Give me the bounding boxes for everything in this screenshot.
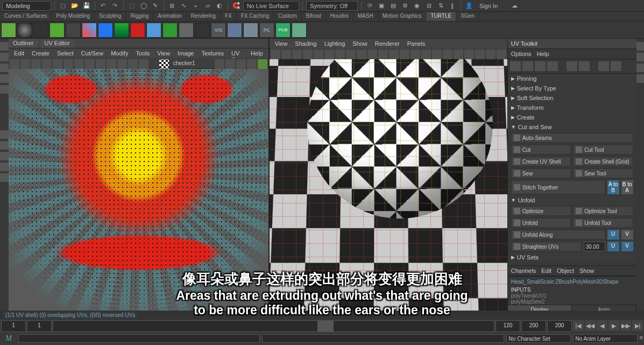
checker-icon[interactable] xyxy=(159,59,169,69)
shelf-icon[interactable] xyxy=(146,23,161,38)
vp-tool-icon[interactable] xyxy=(475,50,485,59)
tab-houdini[interactable]: Houdini xyxy=(326,12,353,21)
outliner-tab[interactable]: Outliner xyxy=(9,39,38,48)
pause-icon[interactable]: ‖ xyxy=(448,1,457,11)
vp-tool-icon[interactable] xyxy=(292,50,302,59)
shelf-icon[interactable] xyxy=(82,23,97,38)
menu-help[interactable]: Help xyxy=(247,50,266,57)
live-surface-select[interactable]: No Live Surface xyxy=(243,1,299,11)
vp-menu-renderer[interactable]: Renderer xyxy=(372,40,403,47)
range-out-input[interactable]: 200 xyxy=(521,320,546,332)
cb-menu-channels[interactable]: Channels xyxy=(511,267,536,274)
vp-tool-icon[interactable] xyxy=(411,50,420,59)
uv-tool-icon[interactable] xyxy=(74,59,84,69)
uvtk-tool-icon[interactable] xyxy=(579,61,590,71)
vp-tool-icon[interactable] xyxy=(421,50,431,59)
unfold-v-button[interactable]: V xyxy=(621,230,633,240)
render-icon[interactable]: ▣ xyxy=(377,1,386,11)
vp-tool-icon[interactable] xyxy=(324,50,334,59)
input-node[interactable]: polyMapSew2 xyxy=(511,299,633,305)
auto-seams-button[interactable]: Auto-Seams xyxy=(511,133,633,143)
snap-grid-icon[interactable]: ⊞ xyxy=(167,1,177,11)
vp-tool-icon[interactable] xyxy=(486,50,496,59)
vp-menu-lighting[interactable]: Lighting xyxy=(321,40,349,47)
hypershade-icon[interactable]: ◉ xyxy=(412,1,422,11)
shelf-icon[interactable] xyxy=(179,23,194,38)
ipr-icon[interactable]: ▤ xyxy=(388,1,398,11)
unfold-tool-button[interactable]: Unfold Tool xyxy=(573,218,633,228)
shelf-icon[interactable] xyxy=(17,23,32,38)
uvtk-tool-icon[interactable] xyxy=(535,61,546,71)
shelf-icon[interactable] xyxy=(33,23,48,38)
undo-icon[interactable]: ↶ xyxy=(98,1,108,11)
menu-create[interactable]: Create xyxy=(29,50,53,57)
step-back-icon[interactable]: ◀◀ xyxy=(585,320,596,331)
save-icon[interactable]: 💾 xyxy=(82,1,91,11)
checker-select[interactable]: checker1 xyxy=(170,59,199,67)
layout-persp-icon[interactable] xyxy=(0,163,9,171)
uvtk-tool-icon[interactable] xyxy=(522,61,533,71)
snap-surface-icon[interactable]: ◐ xyxy=(215,1,224,11)
shelf-icon-pc[interactable]: PC xyxy=(259,23,274,38)
tab-rigging[interactable]: Rigging xyxy=(126,12,153,21)
lasso-tool-icon[interactable] xyxy=(0,53,9,61)
modeling-toolkit-icon[interactable] xyxy=(636,42,644,51)
uvtk-tool-icon[interactable] xyxy=(547,61,558,71)
uv-canvas[interactable] xyxy=(9,69,268,324)
signin-button[interactable]: Sign In xyxy=(476,2,507,10)
vp-menu-view[interactable]: View xyxy=(272,40,291,47)
straighten-v-button[interactable]: V xyxy=(621,242,633,251)
uv-tool-icon[interactable] xyxy=(139,59,148,69)
cb-menu-object[interactable]: Object xyxy=(557,267,574,274)
range-start-input[interactable]: 1 xyxy=(1,320,26,332)
uv-tool-icon[interactable] xyxy=(107,59,116,69)
optimize-tool-button[interactable]: Optimize Tool xyxy=(573,206,633,216)
vp-tool-icon[interactable] xyxy=(335,50,345,59)
sew-tool-button[interactable]: Sew Tool xyxy=(573,168,633,178)
vp-tool-icon[interactable] xyxy=(497,50,506,59)
time-cursor[interactable] xyxy=(317,321,334,332)
shelf-icon[interactable] xyxy=(227,23,242,38)
uvtk-tool-icon[interactable] xyxy=(611,61,621,71)
snap-curve-icon[interactable]: ∿ xyxy=(179,1,189,11)
cb-menu-show[interactable]: Show xyxy=(579,267,595,274)
section-softselection[interactable]: Soft Selection xyxy=(508,93,636,103)
unfold-along-button[interactable]: Unfold Along xyxy=(511,230,605,240)
uv-tool-icon[interactable] xyxy=(215,59,224,69)
menu-cutsew[interactable]: Cut/Sew xyxy=(78,50,107,57)
vp-tool-icon[interactable] xyxy=(464,50,474,59)
menu-modify[interactable]: Modify xyxy=(108,50,131,57)
uv-tool-icon[interactable] xyxy=(42,59,52,69)
shelf-icon[interactable] xyxy=(1,23,16,38)
live-surface-icon[interactable]: 🧲 xyxy=(231,1,241,11)
tool-settings-icon[interactable] xyxy=(636,64,644,72)
marketplace-icon[interactable]: ☁ xyxy=(509,1,519,11)
uv-tool-icon[interactable] xyxy=(53,59,62,69)
anim-layer-select[interactable]: No Anim Layer xyxy=(573,334,638,343)
time-track[interactable] xyxy=(53,320,494,332)
rotate-tool-icon[interactable] xyxy=(0,74,9,83)
cut-button[interactable]: Cut xyxy=(511,145,571,154)
snap-plane-icon[interactable]: ▱ xyxy=(203,1,213,11)
new-scene-icon[interactable]: ▢ xyxy=(58,1,68,11)
vp-tool-icon[interactable] xyxy=(367,50,377,59)
shelf-icon[interactable] xyxy=(292,23,307,38)
open-icon[interactable]: 📂 xyxy=(70,1,80,11)
uvtk-tool-icon[interactable] xyxy=(510,61,521,71)
tab-motiongraphics[interactable]: Motion Graphics xyxy=(378,12,427,21)
viewport-canvas[interactable] xyxy=(270,59,507,324)
uv-tool-icon[interactable] xyxy=(128,59,138,69)
panel-layout-icon[interactable]: ⊟ xyxy=(424,1,434,11)
uv-tool-icon[interactable] xyxy=(247,59,257,69)
range-in-input[interactable]: 1 xyxy=(27,320,52,332)
tab-custom[interactable]: Custom xyxy=(274,12,301,21)
shelf-icon[interactable] xyxy=(130,23,145,38)
menu-image[interactable]: Image xyxy=(174,50,197,57)
uvtk-menu-help[interactable]: Help xyxy=(537,51,549,57)
vp-tool-icon[interactable] xyxy=(281,50,291,59)
straighten-u-button[interactable]: U xyxy=(607,242,619,251)
uv-tool-icon[interactable] xyxy=(236,59,246,69)
shape-name[interactable]: Head_SmallScale:ZBrushPolyMesh3DShape xyxy=(511,279,633,285)
vp-tool-icon[interactable] xyxy=(303,50,313,59)
snap-point-icon[interactable]: • xyxy=(191,1,201,11)
